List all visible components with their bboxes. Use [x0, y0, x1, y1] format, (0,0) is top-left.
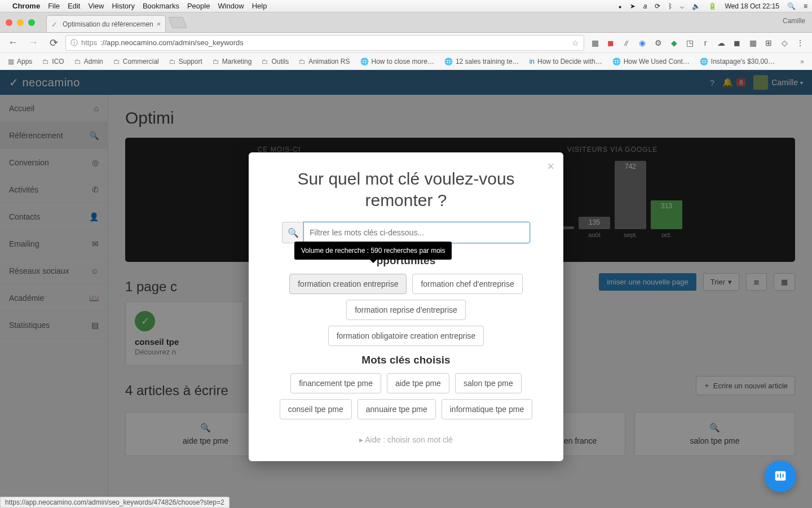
volume-icon[interactable]: 🔈	[692, 2, 700, 10]
menulet-icon[interactable]: ➤	[630, 2, 636, 10]
bluetooth-icon[interactable]: ᛒ	[668, 2, 672, 10]
spotlight-icon[interactable]: 🔍	[787, 2, 796, 10]
bookmark-folder[interactable]: 🗀Admin	[71, 56, 107, 67]
folder-icon: 🗀	[169, 58, 176, 65]
keyword-chip[interactable]: formation reprise d'entreprise	[346, 300, 466, 320]
favicon-icon: ✓	[51, 20, 59, 28]
menu-bookmarks[interactable]: Bookmarks	[143, 2, 179, 10]
extension-icon[interactable]: ◳	[685, 38, 695, 48]
browser-tab[interactable]: ✓ Optimisation du référencemen ×	[46, 15, 166, 32]
menu-help[interactable]: Help	[252, 2, 267, 10]
menu-view[interactable]: View	[88, 2, 104, 10]
bookmark-folder[interactable]: 🗀Animation RS	[295, 56, 353, 67]
extension-icon[interactable]: ⚙	[653, 38, 663, 48]
bookmark-link[interactable]: inHow to Decide with…	[526, 56, 606, 67]
menulet-sketch-icon[interactable]: a	[643, 2, 647, 10]
close-window-button[interactable]	[6, 19, 12, 26]
keyword-modal: × Sur quel mot clé voulez-vous remonter …	[249, 152, 563, 461]
chosen-heading: Mots clés choisis	[266, 354, 546, 366]
bookmark-link[interactable]: 🌐How We Used Cont…	[609, 56, 693, 67]
extension-icon[interactable]: ▦	[748, 38, 758, 48]
bookmarks-overflow[interactable]: »	[797, 58, 807, 65]
extension-icon[interactable]: ◆	[669, 38, 679, 48]
bookmark-link[interactable]: 🌐How to close more…	[357, 56, 438, 67]
svg-rect-3	[783, 474, 784, 478]
help-link[interactable]: ▸ Aide : choisir son mot clé	[266, 435, 546, 444]
menu-history[interactable]: History	[112, 2, 134, 10]
mac-menu-bar: Chrome File Edit View History Bookmarks …	[0, 0, 812, 12]
globe-icon: 🌐	[444, 58, 453, 65]
site-info-icon[interactable]: ⓘ	[70, 38, 78, 48]
menu-people[interactable]: People	[187, 2, 210, 10]
keyword-chip[interactable]: aide tpe pme	[387, 373, 449, 393]
new-tab-button[interactable]	[169, 17, 187, 28]
keyword-chip[interactable]: conseil tpe pme	[280, 399, 352, 419]
bookmark-link[interactable]: 🌐12 sales training te…	[441, 56, 523, 67]
sync-icon[interactable]: ⟳	[655, 2, 660, 10]
control-center-icon[interactable]: ≡	[804, 2, 807, 10]
bookmarks-bar: ▦Apps 🗀ICO 🗀Admin 🗀Commercial 🗀Support 🗀…	[0, 53, 812, 70]
extension-icon[interactable]: ▦	[590, 38, 600, 48]
menu-window[interactable]: Window	[218, 2, 244, 10]
url-path: ://app.neocamino.com/admin/seo_keywords	[100, 38, 244, 47]
wifi-icon[interactable]: ⌵	[680, 2, 684, 10]
back-button[interactable]: ←	[5, 34, 21, 51]
forward-button: →	[25, 34, 42, 51]
keyword-chip[interactable]: annuaire tpe pme	[358, 399, 436, 419]
bookmark-apps[interactable]: ▦Apps	[5, 56, 36, 67]
keyword-chip[interactable]: formation creation entreprise	[289, 274, 407, 294]
extension-icon[interactable]: ☁	[716, 38, 726, 48]
extension-icon[interactable]: ◉	[637, 38, 647, 48]
bookmark-folder[interactable]: 🗀Commercial	[110, 56, 162, 67]
globe-icon: 🌐	[700, 58, 708, 65]
extension-icon[interactable]: r	[700, 38, 710, 48]
address-bar[interactable]: ⓘ https://app.neocamino.com/admin/seo_ke…	[65, 35, 584, 51]
keyword-chip[interactable]: salon tpe pme	[455, 373, 522, 393]
extension-icon[interactable]: ⫽	[621, 38, 632, 48]
keyword-filter-input[interactable]	[303, 222, 530, 243]
chrome-menu-icon[interactable]: ⋮	[795, 38, 805, 48]
tab-title: Optimisation du référencemen	[63, 20, 153, 28]
chrome-toolbar: ← → ⟳ ⓘ https://app.neocamino.com/admin/…	[0, 33, 812, 53]
extension-icon[interactable]: ◼	[606, 38, 616, 48]
dropbox-icon[interactable]: ⬥	[618, 2, 622, 10]
folder-icon: 🗀	[262, 58, 268, 65]
globe-icon: 🌐	[612, 58, 621, 65]
play-icon: ▸	[359, 435, 363, 444]
app-menu-chrome[interactable]: Chrome	[12, 2, 40, 10]
clock[interactable]: Wed 18 Oct 22:15	[725, 2, 779, 10]
svg-rect-2	[780, 473, 781, 478]
battery-icon[interactable]: 🔋	[708, 2, 717, 10]
globe-icon: 🌐	[360, 58, 369, 65]
extension-icon[interactable]: ⊞	[764, 38, 774, 48]
close-icon[interactable]: ×	[547, 159, 554, 174]
extension-icon[interactable]: ◼	[732, 38, 742, 48]
zoom-window-button[interactable]	[28, 19, 35, 26]
extension-icon[interactable]: ◇	[779, 38, 789, 48]
menu-edit[interactable]: Edit	[68, 2, 80, 10]
intercom-icon	[773, 469, 788, 484]
keyword-chip[interactable]: informatique tpe pme	[442, 399, 533, 419]
bookmark-folder[interactable]: 🗀Support	[166, 56, 206, 67]
menu-file[interactable]: File	[48, 2, 60, 10]
profile-name[interactable]: Camille	[783, 17, 805, 25]
apps-grid-icon: ▦	[8, 58, 14, 65]
close-tab-icon[interactable]: ×	[157, 20, 161, 28]
bookmark-folder[interactable]: 🗀Marketing	[209, 56, 255, 67]
keyword-chip[interactable]: formation obligatoire creation entrepris…	[328, 326, 484, 346]
keyword-chip[interactable]: formation chef d'entreprise	[412, 274, 522, 294]
search-icon: 🔍	[282, 222, 303, 243]
folder-icon: 🗀	[299, 58, 306, 65]
reload-button[interactable]: ⟳	[45, 34, 62, 51]
bookmark-link[interactable]: 🌐Instapage's $30,00…	[696, 56, 778, 67]
linkedin-icon: in	[529, 58, 535, 65]
bookmark-folder[interactable]: 🗀ICO	[39, 56, 67, 67]
minimize-window-button[interactable]	[17, 19, 24, 26]
intercom-launcher[interactable]	[765, 461, 796, 492]
bookmark-star-icon[interactable]: ☆	[572, 38, 579, 47]
status-bar: https://app.neocamino.com/admin/seo_keyw…	[0, 497, 230, 508]
keyword-chip[interactable]: financement tpe pme	[290, 373, 381, 393]
modal-title: Sur quel mot clé voulez-vous remonter ?	[266, 168, 546, 211]
svg-rect-1	[777, 474, 778, 478]
bookmark-folder[interactable]: 🗀Outils	[258, 56, 292, 67]
